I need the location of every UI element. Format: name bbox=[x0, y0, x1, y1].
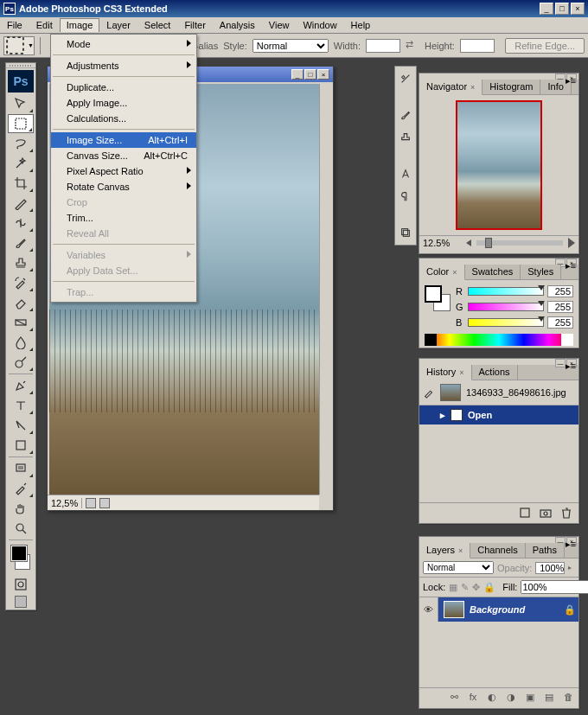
quickmask-button[interactable] bbox=[8, 575, 34, 594]
notes-tool[interactable] bbox=[8, 459, 34, 478]
tool-preset-picker[interactable]: ▼ bbox=[3, 36, 35, 55]
dock-paragraph-icon[interactable] bbox=[397, 188, 414, 205]
layer-mask-icon[interactable]: ◐ bbox=[485, 691, 499, 703]
dodge-tool[interactable] bbox=[8, 353, 34, 372]
lock-position-icon[interactable]: ✥ bbox=[472, 581, 480, 593]
color-spectrum[interactable] bbox=[425, 334, 573, 346]
screen-mode-button[interactable] bbox=[8, 596, 34, 608]
pen-tool[interactable] bbox=[8, 376, 34, 395]
adjustment-layer-icon[interactable]: ◑ bbox=[504, 691, 518, 703]
eraser-tool[interactable] bbox=[8, 293, 34, 312]
menu-select[interactable]: Select bbox=[137, 18, 178, 32]
tab-history[interactable]: History× bbox=[419, 365, 472, 380]
menu-edit[interactable]: Edit bbox=[29, 18, 60, 32]
r-slider[interactable] bbox=[468, 287, 544, 296]
zoom-slider[interactable] bbox=[476, 240, 563, 246]
delete-layer-icon[interactable]: 🗑 bbox=[561, 691, 575, 703]
style-select[interactable]: Normal bbox=[252, 39, 329, 53]
color-foreground[interactable] bbox=[425, 285, 442, 303]
tab-paths[interactable]: Paths bbox=[526, 543, 565, 558]
visibility-icon[interactable]: 👁 bbox=[419, 597, 438, 622]
menu-layer[interactable]: Layer bbox=[99, 18, 137, 32]
tab-actions[interactable]: Actions bbox=[472, 365, 518, 380]
menu-view[interactable]: View bbox=[262, 18, 297, 32]
zoom-tool[interactable] bbox=[8, 519, 34, 538]
menu-calculations[interactable]: Calculations... bbox=[51, 111, 196, 126]
link-layers-icon[interactable]: ⚯ bbox=[447, 691, 461, 703]
tab-channels[interactable]: Channels bbox=[470, 543, 525, 558]
doc-minimize-button[interactable]: _ bbox=[291, 69, 304, 80]
marquee-tool[interactable] bbox=[8, 114, 34, 133]
panel-menu-icon[interactable]: ▸≡ bbox=[565, 537, 577, 551]
menu-duplicate[interactable]: Duplicate... bbox=[51, 80, 196, 95]
lock-transparent-icon[interactable]: ▦ bbox=[449, 581, 457, 593]
menu-analysis[interactable]: Analysis bbox=[213, 18, 262, 32]
lasso-tool[interactable] bbox=[8, 134, 34, 153]
color-fg-bg[interactable] bbox=[425, 285, 451, 311]
shape-tool[interactable] bbox=[8, 436, 34, 455]
dock-tool-presets-icon[interactable] bbox=[397, 70, 414, 87]
width-input[interactable] bbox=[366, 39, 400, 53]
navigator-thumbnail[interactable] bbox=[456, 100, 542, 230]
r-input[interactable] bbox=[547, 285, 573, 297]
b-input[interactable] bbox=[547, 316, 573, 329]
menu-canvas-size[interactable]: Canvas Size...Alt+Ctrl+C bbox=[51, 148, 196, 163]
slice-tool[interactable] bbox=[8, 194, 34, 213]
g-input[interactable] bbox=[547, 301, 573, 313]
palette-handle[interactable] bbox=[6, 63, 35, 68]
menu-rotate-canvas[interactable]: Rotate Canvas bbox=[51, 179, 196, 195]
blend-mode-select[interactable]: Normal bbox=[423, 561, 494, 574]
new-snapshot-icon[interactable] bbox=[539, 506, 553, 518]
hand-tool[interactable] bbox=[8, 499, 34, 518]
close-button[interactable]: × bbox=[571, 3, 585, 15]
heal-tool[interactable] bbox=[8, 214, 34, 233]
dock-layercomps-icon[interactable] bbox=[397, 224, 414, 241]
menu-window[interactable]: Window bbox=[296, 18, 343, 32]
color-swatches[interactable] bbox=[10, 544, 32, 571]
tab-color[interactable]: Color× bbox=[419, 265, 465, 280]
gradient-tool[interactable] bbox=[8, 313, 34, 332]
crop-tool[interactable] bbox=[8, 174, 34, 193]
tab-swatches[interactable]: Swatches bbox=[465, 265, 521, 279]
menu-apply-image[interactable]: Apply Image... bbox=[51, 95, 196, 111]
menu-pixel-aspect[interactable]: Pixel Aspect Ratio bbox=[51, 163, 196, 179]
zoom-readout[interactable]: 12,5% bbox=[48, 498, 82, 508]
refine-edge-button[interactable]: Refine Edge... bbox=[505, 38, 585, 54]
vertical-scrollbar[interactable] bbox=[319, 84, 333, 495]
new-doc-from-state-icon[interactable] bbox=[518, 506, 532, 518]
menu-trim[interactable]: Trim... bbox=[51, 210, 196, 226]
tab-styles[interactable]: Styles bbox=[521, 265, 561, 279]
tab-navigator[interactable]: Navigator× bbox=[419, 80, 483, 95]
menu-file[interactable]: File bbox=[0, 18, 29, 32]
history-state[interactable]: ▸ Open bbox=[419, 405, 578, 425]
delete-state-icon[interactable] bbox=[559, 506, 573, 518]
move-tool[interactable] bbox=[8, 94, 34, 113]
panel-menu-icon[interactable]: ▸≡ bbox=[565, 259, 577, 272]
minimize-button[interactable]: _ bbox=[540, 3, 553, 15]
g-slider[interactable] bbox=[468, 303, 544, 311]
doc-close-button[interactable]: × bbox=[317, 69, 329, 80]
type-tool[interactable] bbox=[8, 396, 34, 415]
eyedropper-tool[interactable] bbox=[8, 479, 34, 498]
new-layer-icon[interactable]: ▤ bbox=[542, 691, 556, 703]
menu-mode[interactable]: Mode bbox=[51, 36, 196, 52]
menu-image-size[interactable]: Image Size...Alt+Ctrl+I bbox=[51, 132, 196, 148]
menu-filter[interactable]: Filter bbox=[177, 18, 212, 32]
height-input[interactable] bbox=[460, 39, 495, 53]
layer-style-icon[interactable]: fx bbox=[466, 691, 480, 703]
dock-clone-icon[interactable] bbox=[397, 129, 414, 146]
dock-character-icon[interactable] bbox=[397, 165, 414, 182]
history-snapshot[interactable]: 1346933_86498616.jpg bbox=[419, 380, 578, 405]
tab-histogram[interactable]: Histogram bbox=[483, 80, 540, 94]
fill-input[interactable] bbox=[521, 580, 588, 594]
lock-all-icon[interactable]: 🔒 bbox=[483, 581, 495, 593]
history-brush-tool[interactable] bbox=[8, 273, 34, 292]
maximize-button[interactable]: □ bbox=[555, 3, 569, 15]
swap-wh-icon[interactable]: ⇄ bbox=[406, 39, 419, 53]
resize-corner[interactable] bbox=[319, 495, 333, 510]
lock-paint-icon[interactable]: ✎ bbox=[461, 581, 469, 593]
stamp-tool[interactable] bbox=[8, 253, 34, 272]
menu-help[interactable]: Help bbox=[344, 18, 378, 32]
path-tool[interactable] bbox=[8, 416, 34, 435]
navigator-zoom[interactable]: 12.5% bbox=[423, 238, 461, 248]
